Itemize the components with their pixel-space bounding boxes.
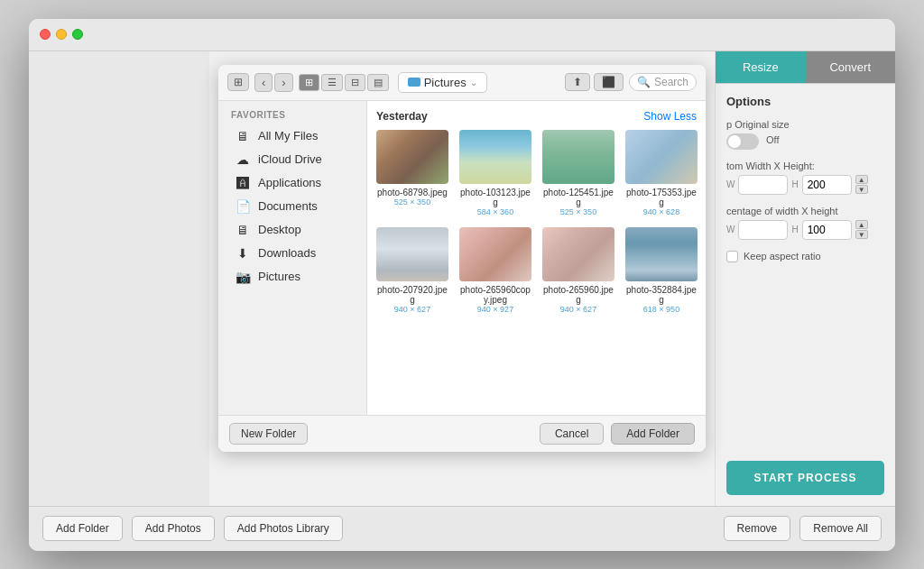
original-size-toggle[interactable] [726,133,759,150]
picker-toolbar: ⊞ ‹ › ⊞ ☰ ⊟ ▤ Pictures ⌄ [218,65,706,101]
icloud-icon: ☁ [235,152,251,167]
sidebar-item-icloud-drive[interactable]: ☁ iCloud Drive [222,148,363,171]
nav-back-button[interactable]: ‹ [254,73,273,92]
share-button[interactable]: ⬆ [565,73,590,91]
files-grid: photo-68798.jpeg 525 × 350 photo-103123.… [376,130,697,314]
step-up-button[interactable]: ▲ [855,175,868,184]
remove-all-button[interactable]: Remove All [799,516,882,541]
location-selector[interactable]: Pictures ⌄ [398,72,487,93]
add-photos-library-button[interactable]: Add Photos Library [224,516,343,541]
sidebar-item-downloads[interactable]: ⬇ Downloads [222,242,363,265]
file-item[interactable]: photo-175353.jpeg 940 × 628 [625,130,698,216]
width-input[interactable] [738,175,788,195]
file-item[interactable]: photo-352884.jpeg 618 × 950 [625,227,698,314]
panel-options: Options p Original size Off tom Width X … [716,84,895,450]
action-button[interactable]: ⬛ [594,73,624,91]
new-folder-button[interactable]: New Folder [229,423,308,445]
percentage-option: centage of width X height W H ▲ ▼ [726,206,884,240]
main-window: ⊞ ‹ › ⊞ ☰ ⊟ ▤ Pictures ⌄ [29,19,895,551]
desktop-icon: 🖥 [235,223,251,237]
height-label: H [791,179,798,189]
file-name: photo-352884.jpeg [625,285,698,305]
file-thumbnail [625,130,698,184]
show-less-button[interactable]: Show Less [643,110,697,123]
downloads-icon: ⬇ [235,246,251,261]
panel-tabs: Resize Convert [716,51,895,84]
picker-sidebar: Favorites 🖥 All My Files ☁ iCloud Drive … [218,101,367,415]
file-item[interactable]: photo-125451.jpeg 525 × 350 [542,130,614,216]
pct-height-input[interactable] [802,220,852,240]
sidebar-item-documents[interactable]: 📄 Documents [222,195,363,218]
file-thumbnail [376,227,448,281]
percentage-label: centage of width X height [726,206,884,216]
chevron-icon: ⌄ [470,78,477,87]
file-item[interactable]: photo-265960.jpeg 940 × 627 [542,227,614,314]
file-thumbnail [459,130,531,184]
pct-width-input[interactable] [738,220,788,240]
main-content: ⊞ ‹ › ⊞ ☰ ⊟ ▤ Pictures ⌄ [29,51,895,506]
pct-step-up-button[interactable]: ▲ [855,220,868,229]
tab-resize[interactable]: Resize [716,51,806,83]
location-label: Pictures [424,76,467,89]
sidebar-item-label: Downloads [258,246,316,260]
file-item[interactable]: photo-207920.jpeg 940 × 627 [376,227,448,314]
column-view-button[interactable]: ⊟ [345,74,365,91]
height-stepper: ▲ ▼ [855,175,868,194]
fullscreen-button[interactable] [72,29,83,40]
minimize-button[interactable] [56,29,67,40]
sidebar-item-all-my-files[interactable]: 🖥 All My Files [222,124,363,148]
pictures-icon: 📷 [235,270,251,284]
file-thumbnail [542,130,614,184]
add-folder-button[interactable]: Add Folder [42,516,123,541]
sidebar-item-label: Pictures [258,270,300,283]
step-down-button[interactable]: ▼ [855,185,868,194]
wh-inputs: W H ▲ ▼ [726,175,884,195]
file-thumbnail [459,227,531,281]
remove-button[interactable]: Remove [724,516,791,541]
aspect-ratio-checkbox[interactable] [726,251,738,262]
aspect-ratio-row: Keep aspect ratio [726,251,884,262]
toggle-state-label: Off [766,134,779,145]
file-size: 940 × 628 [643,207,679,216]
sidebar-item-pictures[interactable]: 📷 Pictures [222,265,363,289]
file-name: photo-265960copy.jpeg [459,285,531,305]
file-size: 525 × 350 [394,197,430,206]
picker-body: Favorites 🖥 All My Files ☁ iCloud Drive … [218,101,706,415]
file-item[interactable]: photo-265960copy.jpeg 940 × 927 [459,227,531,314]
sidebar-item-applications[interactable]: 🅰 Applications [222,171,363,195]
icon-view-button[interactable]: ⊞ [299,74,319,91]
file-item[interactable]: photo-103123.jpeg 584 × 360 [459,130,531,216]
pct-inputs: W H ▲ ▼ [726,220,884,240]
start-process-button[interactable]: START PROCESS [726,461,884,495]
pct-step-down-button[interactable]: ▼ [855,230,868,239]
list-view-button[interactable]: ☰ [321,74,343,91]
height-input[interactable] [802,175,852,195]
action-buttons: ⬆ ⬛ [565,73,624,91]
keep-original-label: p Original size [726,119,884,130]
coverflow-view-button[interactable]: ▤ [367,74,389,91]
search-icon: 🔍 [637,76,651,88]
tab-convert[interactable]: Convert [806,51,896,83]
sidebar-item-desktop[interactable]: 🖥 Desktop [222,218,363,242]
add-photos-button[interactable]: Add Photos [132,516,215,541]
section-date: Yesterday [376,110,428,123]
custom-size-option: tom Width X Height: W H ▲ ▼ [726,161,884,195]
aspect-ratio-label: Keep aspect ratio [744,251,821,262]
view-buttons: ⊞ ☰ ⊟ ▤ [299,74,389,91]
file-name: photo-103123.jpeg [459,188,531,207]
folder-icon [408,78,420,87]
search-placeholder: Search [654,76,688,88]
file-size: 618 × 950 [643,305,679,314]
file-size: 525 × 350 [560,207,596,216]
file-size: 940 × 627 [560,305,596,314]
close-button[interactable] [40,29,51,40]
search-box[interactable]: 🔍 Search [629,73,697,91]
file-item[interactable]: photo-68798.jpeg 525 × 350 [376,130,448,216]
sidebar-toggle-button[interactable]: ⊞ [227,73,249,91]
picker-files-area: Yesterday Show Less photo-68798.jpeg 525… [367,101,706,415]
file-size: 940 × 627 [394,305,430,314]
nav-forward-button[interactable]: › [274,73,292,92]
add-folder-button[interactable]: Add Folder [611,423,695,445]
pct-width-label: W [726,225,735,234]
cancel-button[interactable]: Cancel [540,423,604,445]
